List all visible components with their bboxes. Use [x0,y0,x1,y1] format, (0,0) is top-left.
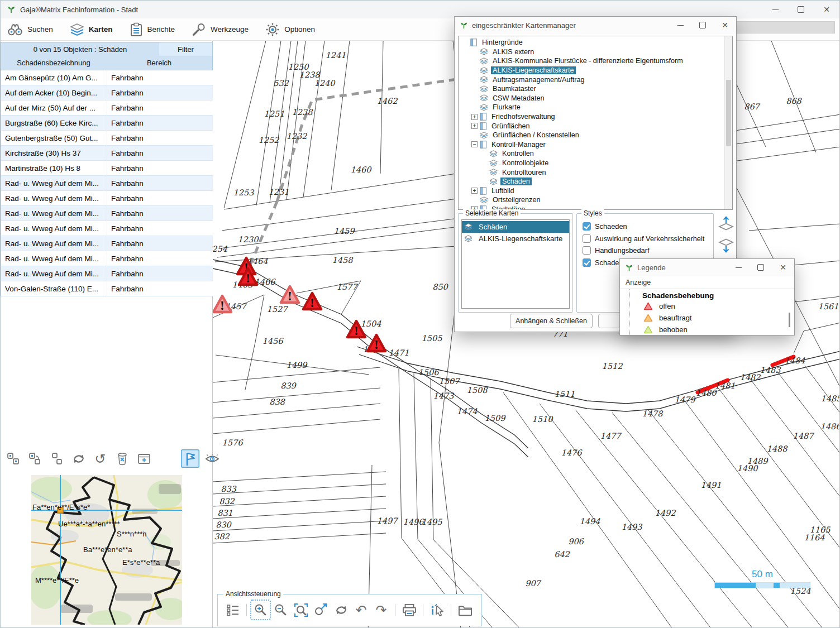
zoom-dynamic-button[interactable] [312,601,330,619]
minus-expander-icon[interactable]: − [471,141,478,147]
legend-menu-anzeige[interactable]: Anzeige [620,276,794,289]
tree-item-hintergr-nde[interactable]: Hintergründe [459,38,732,47]
table-row[interactable]: Martinstraße (10) Hs 8Fahrbahn [1,161,213,176]
tree-item-kontrollen[interactable]: Kontrollen [459,149,732,159]
toolbar-item-optionen[interactable]: Optionen [265,22,315,37]
tree-scrollbar[interactable] [724,36,732,209]
table-row[interactable]: Auf dem Acker (10) Begin...Fahrbahn [1,85,213,100]
legend-scrollbar[interactable] [789,313,790,327]
table-row[interactable]: Gutenbergstraße (50) Gut...Fahrbahn [1,131,213,146]
tree-item-alkis-kommunale-flurst-cke-differenzierte-eigentumsform[interactable]: ALKIS-Kommunale Flurstücke - differenzie… [459,56,732,66]
parcel-number-label: 1577 [337,282,359,291]
close-icon[interactable]: ✕ [714,17,736,33]
tree-item-gr-nfl-chen-kostenstellen[interactable]: Grünflächen / Kostenstellen [459,131,732,140]
close-button[interactable]: ✕ [814,1,839,18]
table-row[interactable]: Von-Galen-Straße (110) E...Fahrbahn [1,281,213,296]
table-row[interactable]: Auf der Mirz (50) Auf der ...Fahrbahn [1,100,213,116]
table-row[interactable]: Rad- u. Wweg Auf dem Mi...Fahrbahn [1,221,213,236]
maximize-button[interactable] [750,259,772,276]
minimize-button[interactable] [669,17,691,33]
unchecked-checkbox-icon[interactable] [583,234,591,243]
select-clear-button[interactable] [47,449,66,468]
tree-item-kontrollobjekte[interactable]: Kontrollobjekte [459,159,732,168]
close-icon[interactable]: ✕ [772,259,794,276]
eye-button[interactable] [203,449,221,468]
new-window-button[interactable] [135,449,153,468]
checked-checkbox-icon[interactable] [583,258,591,267]
plus-expander-icon[interactable]: + [471,114,478,120]
zoom-window-button[interactable] [292,601,310,619]
plus-expander-icon[interactable]: + [471,188,478,194]
table-row[interactable]: Rad- u. Wweg Auf dem Mi...Fahrbahn [1,206,213,221]
select-add-button[interactable] [26,449,44,468]
table-row[interactable]: Rad- u. Wweg Auf dem Mi...Fahrbahn [1,236,213,251]
tree-item-csw-metadaten[interactable]: CSW Metadaten [459,94,732,103]
tree-item-kontroll-manager[interactable]: −Kontroll-Manager [459,140,732,150]
style-option-auswirkung-auf-verkehrssicherheit[interactable]: Auswirkung auf Verkehrssicherheit [579,233,711,245]
table-row[interactable]: Rad- u. Wweg Auf dem Mi...Fahrbahn [1,191,213,206]
toolbar-item-suchen[interactable]: Suchen [7,23,53,36]
parcel-number-label: 833 [221,485,237,493]
column-header-bereich[interactable]: Bereich [106,56,213,70]
minimize-button[interactable] [762,1,788,18]
minimize-button[interactable] [727,259,750,276]
legend-titlebar: Legende ✕ [620,259,794,276]
table-row[interactable]: Burgstraße (60) Ecke Kirc...Fahrbahn [1,116,213,131]
print-button[interactable] [400,601,418,619]
parcel-number-label: 830 [216,520,232,529]
undo-selection-button[interactable]: ↺ [91,449,109,468]
table-row[interactable]: Kirchstraße (30) Hs 37Fahrbahn [1,146,213,161]
select-add-icon [28,452,41,465]
tree-item-kontrolltouren[interactable]: Kontrolltouren [459,167,732,177]
identify-button[interactable] [428,601,446,619]
tree-item-flurkarte[interactable]: Flurkarte [459,103,732,112]
refresh-view-button[interactable] [332,601,350,619]
tree-item-alkis-liegenschaftskarte[interactable]: ALKIS-Liegenschaftskarte [459,66,732,75]
selected-map-alkis-liegenschaftskarte[interactable]: ALKIS-Liegenschaftskarte [462,233,569,245]
tree-item-auftragsmanagement-auftrag[interactable]: Auftragsmanagement/Auftrag [459,75,732,84]
flag-button[interactable] [181,449,199,468]
layer-raise-button[interactable] [718,215,734,234]
redo-view-button[interactable]: ↷ [372,601,390,619]
tree-item-friedhofsverwaltung[interactable]: +Friedhofsverwaltung [459,112,732,122]
plus-expander-icon[interactable]: + [471,123,478,129]
maximize-button[interactable] [788,1,814,18]
refresh-selection-button[interactable] [69,449,88,468]
table-row[interactable]: Rad- u. Wweg Auf dem Mi...Fahrbahn [1,251,213,266]
toolbar-item-karten[interactable]: Karten [70,23,113,36]
overview-map[interactable]: Fa**en*e**/E*s*e*Ue***a*-*a**en*****S***… [31,475,182,625]
tree-item-baumkataster[interactable]: Baumkataster [459,84,732,94]
zoom-out-button[interactable] [271,601,290,619]
select-single-button[interactable] [4,449,22,468]
zoom-in-button[interactable] [251,601,270,619]
open-folder-button[interactable] [456,601,474,619]
tree-item-sch-den[interactable]: Schäden [459,177,732,186]
undo-view-button[interactable]: ↶ [352,601,370,619]
unchecked-checkbox-icon[interactable] [583,246,591,255]
tree-item-luftbild[interactable]: +Luftbild [459,186,732,196]
checked-checkbox-icon[interactable] [583,222,591,231]
tree-item-ortsteilgrenzen[interactable]: Ortsteilgrenzen [459,195,732,205]
filter-button[interactable]: Filter [159,42,213,56]
style-option-handlungsbedarf[interactable]: Handlungsbedarf [579,245,711,257]
toolbar-item-berichte[interactable]: Berichte [130,22,175,37]
attach-close-button[interactable]: Anhängen & Schließen [510,314,593,328]
selected-map-sch-den[interactable]: Schäden [462,221,569,233]
legend-item-beauftragt: beauftragt [643,312,794,324]
view-controls-label: Ansichtssteuerung [223,590,283,598]
table-row[interactable]: Am Gänsepütz (10) Am G...Fahrbahn [1,70,213,85]
delete-selection-button[interactable] [113,449,131,468]
tree-item-alkis-extern[interactable]: ALKIS extern [459,47,732,57]
legend-list-button[interactable] [223,601,242,619]
layer-lower-button[interactable] [718,237,734,256]
layers-icon [489,178,498,185]
table-row[interactable]: Rad- u. Wweg Auf dem Mi...Fahrbahn [1,176,213,191]
maximize-button[interactable] [691,17,714,33]
column-header-schadensbezeichnung[interactable]: Schadensbezeichnung [1,56,107,70]
parcel-number-label: 1493 [622,522,643,531]
tree-item-gr-nfl-chen[interactable]: +Grünflächen [459,121,732,131]
table-row[interactable]: Rad- u. Wweg Auf dem Mi...Fahrbahn [1,266,213,281]
toolbar-item-werkzeuge[interactable]: Werkzeuge [192,22,249,37]
style-option-schaeden[interactable]: Schaeden [579,220,711,233]
tree-item-label: ALKIS-Kommunale Flurstücke - differenzie… [491,57,685,65]
